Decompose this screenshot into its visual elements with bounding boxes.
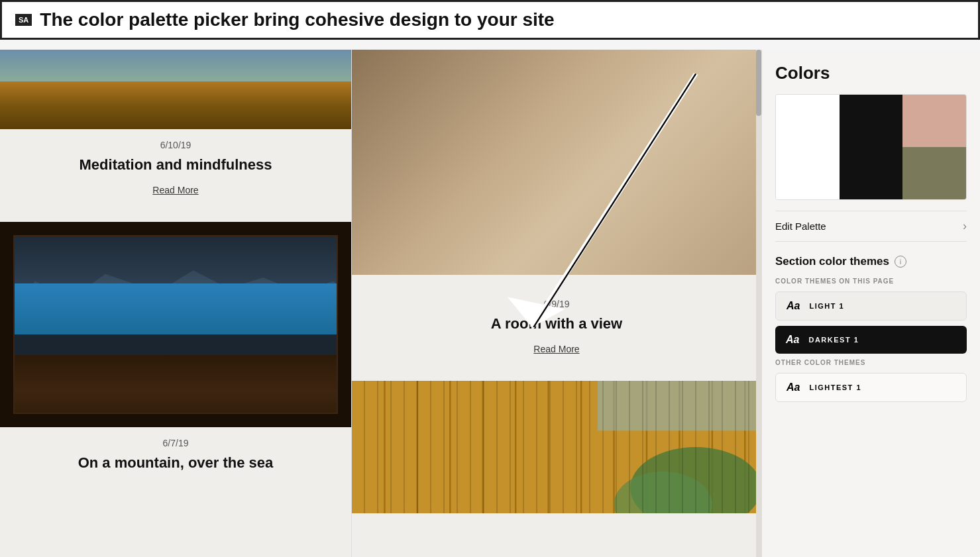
section-color-themes-title: Section color themes: [775, 255, 889, 268]
theme-lightest-label: LIGHTEST 1: [809, 383, 861, 391]
bedroom-svg: [352, 50, 761, 275]
bedroom-image: [352, 50, 761, 275]
color-themes-on-page-label: COLOR THEMES ON THIS PAGE: [775, 278, 967, 285]
section-color-themes-header: Section color themes i: [775, 255, 967, 268]
swatch-peach: [902, 95, 966, 147]
swatch-black: [840, 95, 903, 199]
wood-svg: [352, 381, 761, 513]
swatch-white: [776, 95, 840, 199]
svg-rect-16: [528, 228, 553, 269]
theme-light-label: LIGHT 1: [809, 302, 844, 310]
svg-rect-14: [434, 170, 483, 236]
annotation-banner: SA The color palette picker bring cohesi…: [0, 0, 980, 40]
svg-rect-11: [352, 220, 516, 275]
svg-point-15: [522, 213, 558, 242]
sa-badge: SA: [15, 14, 32, 26]
right-panel: Colors Edit Palette › Section color them…: [761, 50, 980, 557]
scrollbar[interactable]: [756, 50, 761, 557]
edit-palette-label: Edit Palette: [775, 221, 826, 232]
theme-darkest-1[interactable]: Aa DARKEST 1: [775, 326, 967, 354]
svg-point-13: [421, 105, 495, 203]
svg-rect-7: [508, 203, 720, 275]
edit-palette-row[interactable]: Edit Palette ›: [775, 211, 967, 242]
svg-rect-5: [499, 50, 728, 275]
middle-post-info: 6/9/19 A room with a view Read More: [352, 275, 761, 381]
svg-point-33: [630, 447, 761, 513]
theme-light-aa: Aa: [787, 300, 800, 312]
post1-title: Meditation and mindfulness: [0, 156, 351, 175]
post1-date: 6/10/19: [0, 140, 351, 150]
svg-rect-8: [512, 50, 518, 275]
info-icon[interactable]: i: [895, 256, 906, 268]
middle-column: 6/9/19 A room with a view Read More: [351, 50, 761, 557]
svg-rect-4: [352, 50, 761, 275]
chevron-right-icon: ›: [963, 219, 967, 233]
colors-title: Colors: [775, 63, 967, 83]
svg-rect-35: [598, 381, 761, 430]
theme-darkest-aa: Aa: [786, 334, 799, 346]
svg-point-18: [432, 50, 468, 66]
blog-card-1: 6/10/19 Meditation and mindfulness Read …: [0, 50, 351, 222]
svg-rect-6: [508, 50, 720, 195]
post1-image: [0, 50, 351, 129]
post2-title: On a mountain, over the sea: [0, 454, 351, 473]
post2-date: 6/7/19: [0, 438, 351, 448]
post2-image: [0, 222, 351, 427]
post1-read-more[interactable]: Read More: [152, 185, 198, 195]
main-layout: 6/10/19 Meditation and mindfulness Read …: [0, 50, 980, 557]
blog-card-2: 6/7/19 On a mountain, over the sea: [0, 222, 351, 495]
scroll-thumb[interactable]: [756, 50, 761, 116]
theme-lightest-aa: Aa: [787, 381, 800, 393]
svg-rect-9: [699, 50, 706, 275]
other-color-themes-label: OTHER COLOR THEMES: [775, 359, 967, 366]
middle-post-date: 6/9/19: [365, 299, 748, 309]
annotation-title: The color palette picker bring cohesive …: [40, 9, 554, 31]
svg-rect-10: [508, 201, 724, 208]
middle-post-read-more[interactable]: Read More: [533, 344, 579, 354]
svg-point-17: [427, 50, 473, 71]
swatch-olive: [902, 147, 966, 199]
theme-lightest-1[interactable]: Aa LIGHTEST 1: [775, 373, 967, 402]
svg-rect-3: [352, 50, 761, 275]
window-frame: [0, 222, 351, 427]
svg-rect-12: [352, 187, 499, 275]
wood-exterior-image: [352, 381, 761, 513]
color-palette-grid: [775, 94, 967, 200]
svg-rect-20: [352, 381, 761, 513]
middle-post-title: A room with a view: [365, 315, 748, 334]
svg-rect-19: [352, 381, 761, 513]
theme-light-1[interactable]: Aa LIGHT 1: [775, 291, 967, 321]
svg-point-34: [614, 472, 712, 513]
theme-darkest-label: DARKEST 1: [808, 336, 859, 344]
left-column: 6/10/19 Meditation and mindfulness Read …: [0, 50, 351, 557]
